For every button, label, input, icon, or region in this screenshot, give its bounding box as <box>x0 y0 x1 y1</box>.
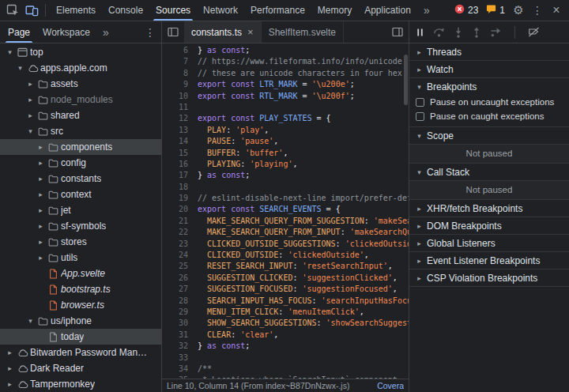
tree-item-constants[interactable]: ▸constants <box>0 171 161 187</box>
line-number[interactable]: 28 <box>162 296 188 307</box>
expand-arrow-icon[interactable]: ▸ <box>36 222 46 230</box>
line-number[interactable]: 24 <box>162 250 188 261</box>
code-editor[interactable]: 6} as const;7// https://www.fileformat.i… <box>162 43 409 379</box>
pause-script-icon[interactable] <box>416 28 424 37</box>
tree-item-jet[interactable]: ▸jet <box>0 202 161 218</box>
navigator-tab-workspace[interactable]: Workspace <box>36 21 96 43</box>
line-number[interactable]: 10 <box>162 91 188 102</box>
deactivate-breakpoints-icon[interactable] <box>528 27 540 37</box>
navigator-kebab-icon[interactable]: ⋮ <box>141 23 160 42</box>
line-number[interactable]: 12 <box>162 113 188 124</box>
line-number[interactable]: 9 <box>162 79 188 90</box>
settings-gear-icon[interactable]: ⚙ <box>509 1 528 20</box>
line-number[interactable]: 35 <box>162 375 188 379</box>
line-number[interactable]: 20 <box>162 204 188 215</box>
expand-arrow-icon[interactable]: ▸ <box>25 80 36 88</box>
collapse-arrow-icon[interactable]: ▾ <box>25 127 36 135</box>
line-number[interactable]: 25 <box>162 261 188 272</box>
tree-item-shared[interactable]: ▸shared <box>0 107 161 123</box>
close-tab-icon[interactable]: × <box>247 27 254 37</box>
tree-item-context[interactable]: ▸context <box>0 187 161 202</box>
editor-scrollbar[interactable] <box>404 45 408 377</box>
step-over-icon[interactable] <box>433 27 445 37</box>
section-header-dom-breakpoints[interactable]: ▸DOM Breakpoints <box>409 217 569 234</box>
line-number[interactable]: 18 <box>162 182 188 193</box>
expand-arrow-icon[interactable]: ▸ <box>36 159 46 167</box>
tab-application[interactable]: Application <box>358 0 417 21</box>
expand-arrow-icon[interactable]: ▸ <box>36 238 46 246</box>
section-header-global-listeners[interactable]: ▸Global Listeners <box>409 235 569 251</box>
open-files-list-icon[interactable] <box>164 23 183 42</box>
collapse-arrow-icon[interactable]: ▾ <box>25 317 36 325</box>
section-header-event-listener-breakpoints[interactable]: ▸Event Listener Breakpoints <box>409 252 569 269</box>
checkbox-unchecked[interactable] <box>416 98 424 107</box>
expand-arrow-icon[interactable]: ▸ <box>5 380 15 388</box>
line-number[interactable]: 16 <box>162 159 188 170</box>
coverage-link[interactable]: Covera <box>377 381 404 390</box>
checkbox-row-pause-on-uncaught-exceptions[interactable]: Pause on uncaught exceptions <box>409 95 569 109</box>
line-number[interactable]: 11 <box>162 102 188 113</box>
expand-arrow-icon[interactable]: ▸ <box>36 175 46 183</box>
close-devtools-icon[interactable]: × <box>547 1 566 20</box>
tab-memory[interactable]: Memory <box>311 0 358 21</box>
line-number[interactable]: 32 <box>162 341 188 352</box>
section-header-threads[interactable]: ▸Threads <box>409 43 569 60</box>
line-number[interactable]: 15 <box>162 148 188 159</box>
line-number[interactable]: 8 <box>162 68 188 79</box>
toggle-debugger-sidebar-icon[interactable] <box>388 23 407 42</box>
expand-arrow-icon[interactable]: ▸ <box>36 143 46 151</box>
line-number[interactable]: 34 <box>162 364 188 375</box>
tree-item-bootstrap-ts[interactable]: bootstrap.ts <box>0 281 161 297</box>
expand-arrow-icon[interactable]: ▸ <box>36 254 46 262</box>
tree-item-stores[interactable]: ▸stores <box>0 234 161 250</box>
tab-network[interactable]: Network <box>197 0 244 21</box>
device-toolbar-icon[interactable] <box>22 1 41 20</box>
expand-arrow-icon[interactable]: ▸ <box>25 96 36 104</box>
tree-item-us-iphone[interactable]: ▾us/iphone <box>0 313 161 329</box>
error-badge[interactable]: 23 <box>450 4 482 17</box>
line-number[interactable]: 27 <box>162 284 188 295</box>
step-icon[interactable] <box>490 27 502 37</box>
tree-item-tampermonkey[interactable]: ▸Tampermonkey <box>0 376 161 392</box>
tree-item-components[interactable]: ▸components <box>0 139 161 155</box>
line-number[interactable]: 31 <box>162 330 188 341</box>
tree-item-utils[interactable]: ▸utils <box>0 250 161 266</box>
line-number[interactable]: 19 <box>162 193 188 204</box>
checkbox-unchecked[interactable] <box>416 112 424 121</box>
collapse-arrow-icon[interactable]: ▾ <box>15 64 25 72</box>
line-number[interactable]: 7 <box>162 56 188 67</box>
tab-elements[interactable]: Elements <box>50 0 102 21</box>
more-navigator-tabs-icon[interactable]: » <box>96 23 115 42</box>
tree-item-node-modules[interactable]: ▸node_modules <box>0 92 161 107</box>
line-number[interactable]: 21 <box>162 216 188 227</box>
step-into-icon[interactable] <box>454 27 463 38</box>
tab-performance[interactable]: Performance <box>244 0 311 21</box>
collapse-arrow-icon[interactable]: ▾ <box>5 48 15 56</box>
section-header-csp-violation-breakpoints[interactable]: ▸CSP Violation Breakpoints <box>409 270 569 286</box>
line-number[interactable]: 22 <box>162 227 188 238</box>
kebab-menu-icon[interactable]: ⋮ <box>528 1 547 20</box>
section-header-scope[interactable]: ▾Scope <box>409 127 569 144</box>
section-header-watch[interactable]: ▸Watch <box>409 61 569 77</box>
tab-console[interactable]: Console <box>102 0 149 21</box>
expand-arrow-icon[interactable]: ▸ <box>36 206 46 214</box>
tree-item-assets[interactable]: ▸assets <box>0 76 161 92</box>
tree-item-bitwarden-password-man[interactable]: ▸Bitwarden Password Man… <box>0 345 161 360</box>
issues-badge[interactable]: 1 <box>482 4 509 17</box>
editor-tab-constants-ts[interactable]: constants.ts× <box>184 21 262 43</box>
tree-item-today[interactable]: today <box>0 329 161 345</box>
tree-item-top[interactable]: ▾top <box>0 44 161 60</box>
line-number[interactable]: 30 <box>162 318 188 329</box>
tree-item-sf-symbols[interactable]: ▸sf-symbols <box>0 218 161 234</box>
tree-item-src[interactable]: ▾src <box>0 123 161 139</box>
inspect-element-icon[interactable] <box>3 1 22 20</box>
expand-arrow-icon[interactable]: ▸ <box>36 190 46 198</box>
tree-item-app-svelte[interactable]: App.svelte <box>0 266 161 281</box>
editor-tab-shelfitem-svelte[interactable]: ShelfItem.svelte <box>262 21 344 43</box>
expand-arrow-icon[interactable]: ▸ <box>5 349 15 356</box>
tree-item-config[interactable]: ▸config <box>0 155 161 171</box>
tree-item-apps-apple-com[interactable]: ▾apps.apple.com <box>0 60 161 76</box>
section-header-breakpoints[interactable]: ▾Breakpoints <box>409 78 569 95</box>
line-number[interactable]: 23 <box>162 239 188 250</box>
line-number[interactable]: 6 <box>162 45 188 56</box>
